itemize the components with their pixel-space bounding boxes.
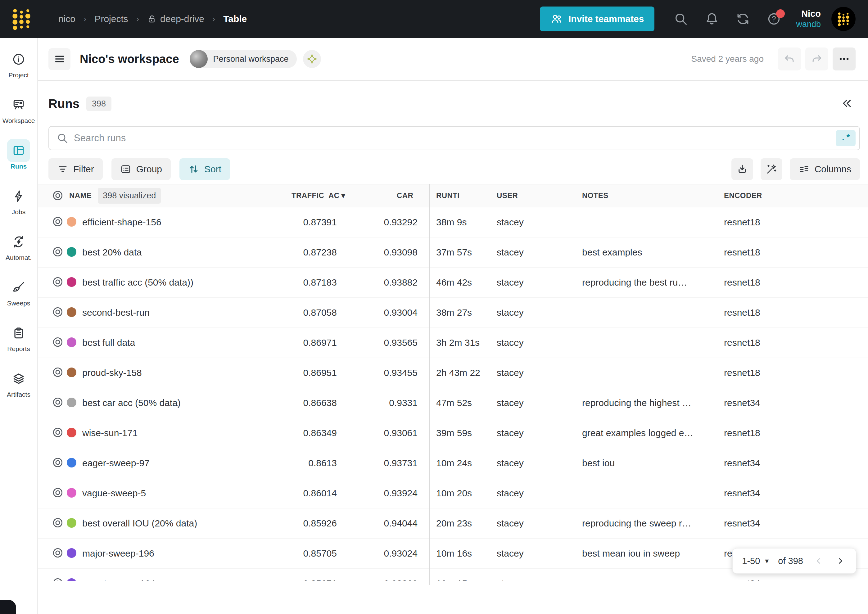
search-icon[interactable] xyxy=(674,12,688,26)
notes-value[interactable]: best mean iou in sweep xyxy=(575,548,717,559)
row-visibility-toggle[interactable] xyxy=(48,336,67,349)
column-header-encoder[interactable]: ENCODER xyxy=(717,191,860,200)
user-value: stacey xyxy=(490,488,575,499)
table-row[interactable]: best 20% data0.872380.9309837m 57sstacey… xyxy=(38,237,868,268)
eye-icon xyxy=(52,487,64,500)
table-row[interactable]: best traffic acc (50% data))0.871830.938… xyxy=(38,268,868,298)
more-options-button[interactable] xyxy=(832,48,856,70)
column-header-name[interactable]: NAME 398 visualized xyxy=(67,188,279,204)
run-name-link[interactable]: efficient-shape-156 xyxy=(82,217,279,228)
sidebar-item-jobs[interactable]: Jobs xyxy=(0,185,37,230)
run-name-link[interactable]: swept-sweep-164 xyxy=(82,578,279,581)
run-color-dot xyxy=(67,367,76,377)
run-color-dot xyxy=(67,548,76,558)
notes-value[interactable]: best iou xyxy=(575,458,717,468)
table-row[interactable]: vague-sweep-50.860140.9392410m 20sstacey… xyxy=(38,478,868,509)
table-row[interactable]: eager-sweep-970.86130.9373110m 24sstacey… xyxy=(38,448,868,478)
next-page-button[interactable] xyxy=(834,555,846,567)
run-name-link[interactable]: second-best-run xyxy=(82,307,279,318)
run-name-link[interactable]: best traffic acc (50% data)) xyxy=(82,277,279,288)
row-visibility-toggle[interactable] xyxy=(48,457,67,470)
pinned-column-divider[interactable] xyxy=(429,184,430,585)
sidebar-item-workspace[interactable]: Workspace xyxy=(0,93,37,139)
table-row[interactable]: best car acc (50% data)0.866380.933147m … xyxy=(38,388,868,418)
user-block[interactable]: Nico wandb xyxy=(796,8,821,30)
table-row[interactable]: second-best-run0.870580.9300438m 27sstac… xyxy=(38,298,868,328)
table-row[interactable]: efficient-shape-1560.873910.9329238m 9ss… xyxy=(38,207,868,237)
eye-icon xyxy=(52,547,64,560)
run-name-link[interactable]: wise-sun-171 xyxy=(82,428,279,438)
breadcrumb-projects[interactable]: Projects xyxy=(95,14,128,24)
notes-value[interactable]: great examples logged e… xyxy=(575,428,717,438)
row-visibility-toggle[interactable] xyxy=(48,547,67,560)
breadcrumb-project[interactable]: deep-drive xyxy=(147,14,204,24)
table-row[interactable]: best overall IOU (20% data)0.859260.9404… xyxy=(38,509,868,538)
refresh-icon[interactable] xyxy=(736,12,750,26)
row-visibility-toggle[interactable] xyxy=(48,577,67,581)
run-color-dot xyxy=(67,217,76,226)
previous-page-button[interactable] xyxy=(812,555,825,567)
redo-button[interactable] xyxy=(805,48,828,70)
table-row[interactable]: wise-sun-1710.863490.9306139m 59sstaceyg… xyxy=(38,418,868,448)
workspace-badge-label: Personal workspace xyxy=(213,54,289,64)
notes-value[interactable]: best examples xyxy=(575,247,717,257)
wandb-logo-icon[interactable] xyxy=(12,7,38,31)
notifications-bell-icon[interactable] xyxy=(705,12,719,26)
workspace-menu-button[interactable] xyxy=(48,48,70,70)
sidebar-item-sweeps[interactable]: Sweeps xyxy=(0,276,37,322)
sidebar-item-artifacts[interactable]: Artifacts xyxy=(0,367,37,413)
collapse-panel-button[interactable] xyxy=(839,96,855,112)
page-size-dropdown[interactable]: 1-50 ▾ xyxy=(742,556,769,566)
run-name-link[interactable]: major-sweep-196 xyxy=(82,548,279,559)
invite-teammates-button[interactable]: Invite teammates xyxy=(540,6,654,31)
row-visibility-toggle[interactable] xyxy=(48,517,67,530)
column-header-car-acc[interactable]: CAR_ xyxy=(348,191,429,200)
row-visibility-toggle[interactable] xyxy=(48,487,67,500)
column-header-notes[interactable]: NOTES xyxy=(575,191,717,200)
visibility-all-icon[interactable] xyxy=(48,190,67,202)
run-name-link[interactable]: vague-sweep-5 xyxy=(82,488,279,499)
notes-value[interactable]: reproducing the highest … xyxy=(575,398,717,408)
chevron-left-icon xyxy=(814,556,823,566)
regex-toggle-button[interactable]: .* xyxy=(836,130,856,146)
corner-widget[interactable] xyxy=(0,600,16,614)
row-visibility-toggle[interactable] xyxy=(48,246,67,259)
run-color-cell xyxy=(67,428,82,439)
search-runs-input[interactable] xyxy=(74,133,836,144)
help-icon[interactable]: ? xyxy=(767,12,781,26)
magic-wand-button[interactable] xyxy=(761,158,782,180)
workspace-owner-pill[interactable]: Personal workspace xyxy=(190,50,297,68)
row-visibility-toggle[interactable] xyxy=(48,306,67,319)
table-row[interactable]: proud-sky-1580.869510.934552h 43m 22stac… xyxy=(38,358,868,388)
run-name-link[interactable]: best overall IOU (20% data) xyxy=(82,518,279,529)
run-name-link[interactable]: best 20% data xyxy=(82,247,279,257)
row-visibility-toggle[interactable] xyxy=(48,426,67,440)
undo-button[interactable] xyxy=(778,48,801,70)
sort-button[interactable]: Sort xyxy=(180,158,230,180)
sparkle-button[interactable] xyxy=(303,50,321,68)
run-name-link[interactable]: eager-sweep-97 xyxy=(82,458,279,468)
export-download-button[interactable] xyxy=(732,158,753,180)
column-header-traffic-acc[interactable]: TRAFFIC_AC ▾ xyxy=(279,191,348,200)
columns-button[interactable]: Columns xyxy=(790,158,860,180)
row-visibility-toggle[interactable] xyxy=(48,276,67,289)
breadcrumb-user[interactable]: nico xyxy=(58,14,76,24)
run-name-link[interactable]: best full data xyxy=(82,337,279,348)
row-visibility-toggle[interactable] xyxy=(48,216,67,229)
notes-value[interactable]: reproducing the best ru… xyxy=(575,277,717,288)
column-header-user[interactable]: USER xyxy=(490,191,575,200)
sidebar-item-reports[interactable]: Reports xyxy=(0,322,37,367)
column-header-runtime[interactable]: RUNTI xyxy=(429,191,490,200)
sidebar-item-project[interactable]: Project xyxy=(0,48,37,93)
group-button[interactable]: Group xyxy=(112,158,171,180)
sidebar-item-automat[interactable]: Automat. xyxy=(0,230,37,276)
run-name-link[interactable]: best car acc (50% data) xyxy=(82,398,279,408)
row-visibility-toggle[interactable] xyxy=(48,396,67,409)
user-avatar[interactable] xyxy=(831,7,856,31)
notes-value[interactable]: reproducing the sweep r… xyxy=(575,518,717,529)
sidebar-item-runs[interactable]: Runs xyxy=(0,139,37,185)
table-row[interactable]: best full data0.869710.935653h 2m 31ssta… xyxy=(38,328,868,358)
filter-button[interactable]: Filter xyxy=(48,158,103,180)
row-visibility-toggle[interactable] xyxy=(48,366,67,379)
run-name-link[interactable]: proud-sky-158 xyxy=(82,367,279,378)
